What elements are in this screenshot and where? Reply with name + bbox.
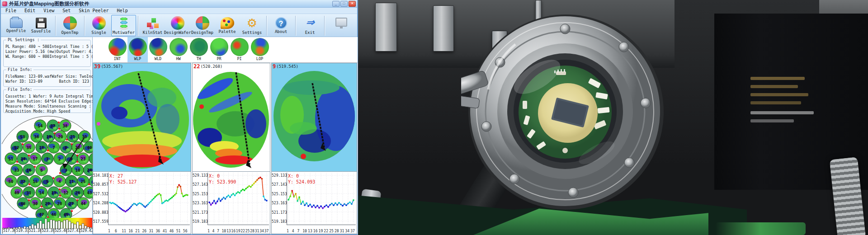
x-tick-label: 19 [319, 229, 324, 234]
chart-data-point [144, 206, 146, 208]
kiln-wafer[interactable]: 6 [36, 164, 47, 176]
chart-line-segment [161, 195, 162, 203]
maximize-button[interactable]: □ [340, 1, 348, 7]
monitor-icon[interactable] [335, 18, 347, 27]
panel2-y-axis: 529.133527.143525.153523.163521.173519.1… [193, 172, 208, 234]
kiln-wafer[interactable]: 33 [11, 164, 23, 176]
metal-bracket [433, 5, 454, 52]
chart-data-point [118, 206, 119, 208]
toolbar: OpenFile SaveFile OpenTmp Single Mutiwaf… [1, 14, 357, 37]
designtmp-button[interactable]: DesignTmp [190, 15, 215, 36]
panel3-chart[interactable]: X: 0 Y: 524.093 529.133527.143525.153523… [272, 171, 357, 234]
chart-data-point [173, 195, 175, 197]
kiln-wafer[interactable]: 28 [54, 197, 66, 209]
kiln-wafer[interactable]: 10 [72, 164, 84, 176]
kiln-wafer-number: 40 [87, 146, 92, 150]
save-file-icon [36, 18, 47, 28]
savefile-button[interactable]: SaveFile [28, 15, 53, 36]
panel1-wafer-map[interactable] [93, 70, 191, 172]
kiln-wafer[interactable]: 14 [36, 187, 47, 198]
kiln-wafer[interactable]: 17 [29, 153, 41, 164]
kiln-wafer[interactable]: 32 [17, 175, 29, 187]
opentmp-button[interactable]: OpenTmp [57, 15, 82, 36]
menu-edit[interactable]: Edit [24, 8, 35, 13]
kiln-wafer[interactable]: 31 [23, 187, 35, 198]
title-bar[interactable]: 外延片炉盘Mapping图数据分析软件 _ □ ✕ [1, 0, 357, 8]
info-sidebar: PL Settings : PL Range: 480 ~ 580Integra… [2, 37, 93, 234]
menu-help[interactable]: Help [117, 8, 128, 13]
kiln-wafer[interactable]: 2 [54, 153, 66, 164]
panel2-wafer-map[interactable] [193, 70, 270, 172]
chart-line-segment [292, 191, 294, 197]
openfile-button[interactable]: OpenFile [4, 15, 28, 36]
chart-data-point [247, 187, 249, 188]
thumb-pr[interactable]: PR [209, 37, 229, 62]
mutiwafer-button[interactable]: Mutiwafer [111, 15, 136, 36]
x-tick-label: 41 [163, 229, 170, 234]
exit-button[interactable]: ⇒Exit [297, 15, 322, 36]
designwafer-button[interactable]: DesignWafer [165, 15, 190, 36]
minimize-button[interactable]: _ [332, 1, 340, 7]
thumb-hw[interactable]: HW [168, 37, 189, 62]
kiln-wafer[interactable]: 39 [79, 131, 90, 142]
lazer-power: Lazer Power: 5.16 (mw) [5, 49, 57, 54]
chart-data-point [297, 200, 298, 202]
chart-data-point [250, 186, 252, 188]
open-file-icon [10, 18, 23, 28]
chart-data-point [309, 203, 311, 205]
kiln-wafer[interactable]: 18 [36, 141, 47, 153]
settings-button[interactable]: ⚙Settings [240, 15, 264, 36]
thumb-wld[interactable]: WLD [148, 37, 168, 62]
kiln-wafer[interactable]: 54 [34, 120, 46, 132]
thumb-pi[interactable]: PI [229, 37, 250, 62]
kiln-wafer[interactable]: 50 [5, 175, 17, 187]
panel2-chart[interactable]: X: 0 Y: 523.990 529.133527.143525.153523… [193, 171, 270, 234]
batch-id: Batch ID: 123 [59, 79, 89, 84]
menu-file[interactable]: File [5, 8, 16, 13]
mapping-area: INT WLP WLD HW TH PR PI LOP 39 (535.567) [93, 37, 358, 234]
chart-data-point [344, 203, 345, 205]
menu-view[interactable]: View [43, 8, 54, 13]
panel1-chart[interactable]: X: 27 Y: 525.127 534.181530.857527.53252… [93, 171, 191, 234]
chart-data-point [151, 199, 153, 201]
kiln-wafer-number: 23 [81, 157, 86, 161]
x-tick-label: 16 [313, 229, 319, 234]
kiln-wafer[interactable]: 11 [66, 175, 77, 187]
kiln-wafer[interactable]: 44 [77, 197, 89, 209]
kiln-wafer[interactable]: 25 [77, 175, 89, 187]
map-panel-1: 39 (535.567) [93, 63, 191, 234]
screenshot-root: 外延片炉盘Mapping图数据分析软件 _ □ ✕ File Edit View… [0, 0, 868, 235]
x-tick-label: 21 [135, 229, 142, 234]
panel3-cursor-x: X: 0 [288, 173, 315, 179]
menu-skin-peeler[interactable]: Skin Peeler [79, 8, 108, 13]
colorbar: 517.36519.37521.38523.39525.40527.41529.… [2, 218, 92, 234]
kiln-wafer[interactable]: 51 [5, 153, 17, 164]
kiln-wafer[interactable]: 26 [72, 187, 84, 198]
kiln-wafer[interactable]: 49 [11, 187, 23, 198]
kiln-wafer[interactable]: 35 [23, 141, 35, 153]
thumb-th[interactable]: TH [189, 37, 209, 62]
kiln-wafer[interactable]: 4 [54, 175, 66, 187]
thumb-lop[interactable]: LOP [250, 37, 270, 62]
thumb-int[interactable]: INT [107, 37, 127, 62]
palette-button[interactable]: Palette [215, 15, 240, 36]
file-info-title-1: File Info: [6, 67, 33, 72]
about-button[interactable]: ?About [269, 15, 293, 36]
kiln-wafer[interactable]: 30 [29, 197, 41, 209]
kiln-wafer-number: 26 [75, 191, 80, 195]
y-tick-label: 529.133 [272, 174, 286, 178]
single-button[interactable]: Single [86, 15, 111, 36]
kiln-wafer[interactable]: 20 [55, 131, 66, 142]
panel3-wafer-map[interactable] [272, 70, 357, 172]
kiln-wafer[interactable]: 53 [17, 131, 28, 142]
kiln-wafer[interactable]: 36 [31, 131, 42, 142]
kiln-wafer-layout[interactable]: 5437385336192021395235187822405134171292… [2, 114, 93, 222]
close-button[interactable]: ✕ [349, 1, 356, 7]
chart-data-point [304, 204, 306, 206]
menu-set[interactable]: Set [62, 8, 71, 13]
kilnstat-button[interactable]: KilnStat [140, 15, 165, 36]
kiln-wafer[interactable]: 1 [42, 153, 53, 164]
chart-data-point [318, 207, 320, 209]
kiln-wafer-number: 53 [20, 135, 25, 139]
thumb-wlp-selected[interactable]: WLP [127, 37, 148, 62]
